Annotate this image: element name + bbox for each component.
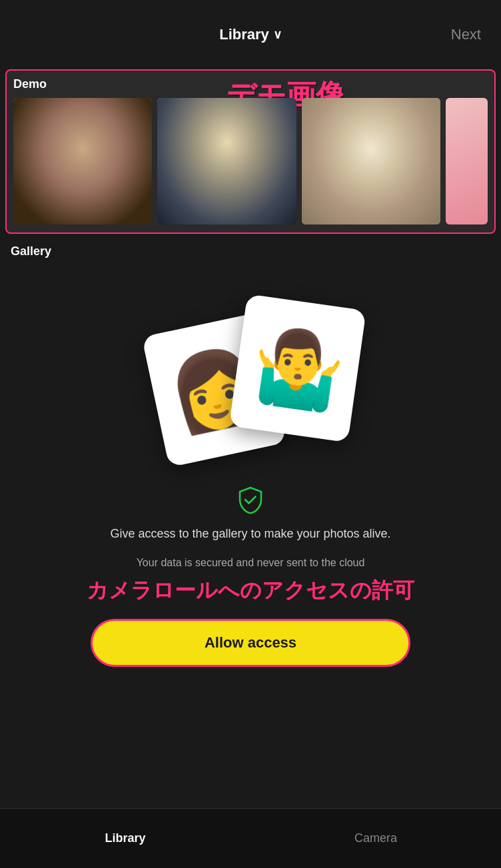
emoji-cards-container: 👩 🤷‍♂️ — [11, 272, 490, 465]
next-button[interactable]: Next — [451, 26, 481, 43]
chevron-down-icon: ∨ — [273, 27, 282, 42]
bottom-navigation: Library Camera — [0, 808, 501, 868]
japanese-overlay-text: カメラロールへのアクセスの許可 — [87, 576, 414, 606]
demo-photo-4[interactable] — [446, 98, 488, 224]
library-nav-label: Library — [105, 831, 145, 845]
demo-label: Demo — [13, 77, 488, 91]
shield-check-icon — [236, 485, 265, 514]
header: Library ∨ Next — [0, 0, 501, 69]
man-shrug-emoji: 🤷‍♂️ — [247, 319, 349, 417]
emoji-card-man: 🤷‍♂️ — [229, 294, 366, 442]
gallery-access-text: Give access to the gallery to make your … — [110, 525, 390, 543]
demo-photo-3[interactable] — [302, 98, 440, 224]
header-title-group[interactable]: Library ∨ — [219, 26, 282, 43]
gallery-section: Gallery 👩 🤷‍♂️ — [0, 244, 501, 465]
camera-nav-label: Camera — [354, 831, 397, 845]
gallery-label: Gallery — [11, 244, 490, 258]
security-section: Give access to the gallery to make your … — [0, 478, 501, 619]
allow-access-wrapper: Allow access — [0, 619, 501, 667]
demo-images — [13, 98, 488, 224]
demo-photo-2[interactable] — [157, 98, 296, 224]
demo-section: Demo デモ画像 — [5, 69, 496, 234]
nav-library[interactable]: Library — [0, 831, 250, 845]
library-title: Library — [219, 26, 269, 43]
security-data-text: Your data is secured and never sent to t… — [137, 555, 365, 571]
demo-photo-1[interactable] — [13, 98, 152, 224]
nav-camera[interactable]: Camera — [250, 831, 501, 845]
allow-access-button[interactable]: Allow access — [91, 619, 410, 667]
